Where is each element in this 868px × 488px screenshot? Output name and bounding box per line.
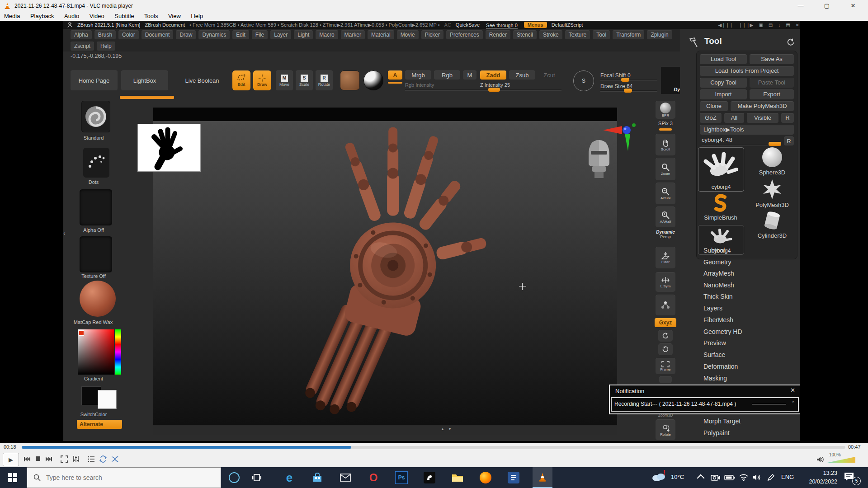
scale-mode-button[interactable]: S Scale xyxy=(296,70,313,90)
zbrush-menu-layer[interactable]: Layer xyxy=(270,30,291,39)
zbrush-menu-document[interactable]: Document xyxy=(142,30,174,39)
draw-size-handle[interactable] xyxy=(624,89,632,93)
zbrush-menu-tool[interactable]: Tool xyxy=(593,30,610,39)
zbrush-menu-file[interactable]: File xyxy=(252,30,268,39)
rotate-cw-button[interactable] xyxy=(658,343,673,355)
lightbox-button[interactable]: LightBox xyxy=(121,70,168,90)
zbrush-menu-draw[interactable]: Draw xyxy=(176,30,196,39)
taskbar-search[interactable] xyxy=(27,467,221,488)
quicksave-button[interactable]: QuickSave xyxy=(456,22,480,28)
zbrush-menu-transform[interactable]: Transform xyxy=(613,30,644,39)
zbrush-menu-zscript[interactable]: Zscript xyxy=(71,42,94,51)
tool-section-morphtarget[interactable]: Morph Target xyxy=(703,418,794,427)
tool-section-subtool[interactable]: Subtool xyxy=(703,247,794,256)
tool-section-arraymesh[interactable]: ArrayMesh xyxy=(703,270,794,279)
tool-section-deformation[interactable]: Deformation xyxy=(703,363,794,372)
tray-camera-icon[interactable] xyxy=(711,474,721,481)
tool-section-geometry[interactable]: Geometry xyxy=(703,258,794,267)
goz-all-button[interactable]: All xyxy=(724,113,744,123)
alternate-button[interactable]: Alternate xyxy=(77,420,122,429)
close-button[interactable]: ✕ xyxy=(843,0,863,12)
rotate3d-button[interactable]: Rotate xyxy=(656,419,675,440)
tray-collapse-chevron[interactable]: ‹ xyxy=(63,230,66,237)
zbrush-menu-marker[interactable]: Marker xyxy=(341,30,365,39)
frame-button[interactable]: Frame xyxy=(656,358,675,374)
current-material-button[interactable] xyxy=(80,281,116,317)
selected-tool-thumb[interactable]: cyborg4 xyxy=(698,147,744,192)
dynamic-persp-button[interactable]: Dynamic Persp xyxy=(653,230,678,243)
taskbar-app-dark[interactable] xyxy=(420,467,439,488)
current-brush-thumb[interactable] xyxy=(340,70,360,90)
copy-tool-button[interactable]: Copy Tool xyxy=(700,78,747,88)
video-area[interactable]: ZBrush 2021.5.1 [Nina Kern] ZBrush Docum… xyxy=(0,21,868,443)
taskbar-app-photoshop[interactable]: Ps xyxy=(392,467,410,488)
z-intensity-slider[interactable]: Z Intensity 25 xyxy=(480,82,510,88)
vlc-menu-audio[interactable]: Audio xyxy=(60,12,83,21)
focal-shift-handle[interactable] xyxy=(621,78,629,82)
tray-volume-icon[interactable] xyxy=(752,474,761,481)
axis-gizmo[interactable] xyxy=(602,123,637,153)
maximize-button[interactable]: ▢ xyxy=(816,0,837,12)
layout-icon[interactable]: ▤ xyxy=(769,23,773,28)
paste-tool-button[interactable]: Paste Tool xyxy=(750,78,794,88)
vlc-menu-tools[interactable]: Tools xyxy=(140,12,162,21)
divider-right-icon[interactable]: ❘❘❘▶ xyxy=(738,23,753,28)
action-center-button[interactable]: 5 xyxy=(844,472,859,483)
z-intensity-handle[interactable] xyxy=(488,88,500,92)
local-symmetry-button[interactable]: L.Sym xyxy=(656,272,675,292)
active-tool-slider-label[interactable]: cyborg4. 48 xyxy=(702,136,732,143)
stop-button[interactable] xyxy=(35,456,41,461)
taskbar-app-edge[interactable]: e xyxy=(280,467,298,488)
vlc-menu-video[interactable]: Video xyxy=(85,12,108,21)
clock[interactable]: 13:23 20/02/2022 xyxy=(803,469,837,486)
vlc-menu-help[interactable]: Help xyxy=(187,12,207,21)
secondary-color-swatch[interactable] xyxy=(98,390,117,409)
save-as-button[interactable]: Save As xyxy=(750,54,794,64)
import-button[interactable]: Import xyxy=(700,89,747,99)
home-page-button[interactable]: Home Page xyxy=(71,70,118,90)
weather-temp-label[interactable]: 10°C xyxy=(671,474,684,480)
rgb-button[interactable]: Rgb xyxy=(434,70,460,80)
zbrush-menu-edit[interactable]: Edit xyxy=(232,30,249,39)
active-tool-slider-handle[interactable] xyxy=(769,142,781,146)
scroll-button[interactable]: Scroll xyxy=(656,134,675,155)
make-polymesh3d-button[interactable]: Make PolyMesh3D xyxy=(731,101,794,111)
cortana-button[interactable] xyxy=(225,467,243,488)
sphere3d-tool[interactable]: Sphere3D xyxy=(749,147,796,177)
color-picker[interactable] xyxy=(78,329,121,375)
actual-button[interactable]: Actual xyxy=(656,183,675,204)
notification-collapse-icon[interactable]: ⌃ xyxy=(791,400,795,406)
language-indicator[interactable]: ENG xyxy=(781,474,794,480)
zbrush-menu-render[interactable]: Render xyxy=(486,30,510,39)
current-material-thumb[interactable] xyxy=(363,70,383,90)
taskbar-app-opera[interactable]: O xyxy=(364,467,382,488)
polymesh3d-tool[interactable]: PolyMesh3D xyxy=(749,179,796,211)
tray-expand-chevron-icon[interactable] xyxy=(697,474,705,482)
zcut-button[interactable]: Zcut xyxy=(538,70,561,80)
goz-r-button[interactable]: R xyxy=(781,113,794,123)
tool-section-nanomesh[interactable]: NanoMesh xyxy=(703,282,794,291)
tool-section-polypaint[interactable]: Polypaint xyxy=(703,429,794,438)
current-texture-button[interactable] xyxy=(80,236,112,272)
tool-reset-icon[interactable] xyxy=(787,38,795,46)
shuffle-button[interactable] xyxy=(111,455,118,463)
volume-mute-button[interactable] xyxy=(816,456,825,463)
edit-mode-button[interactable]: Edit xyxy=(232,70,250,90)
zoom-button[interactable]: Zoom xyxy=(656,158,675,180)
fullscreen-button[interactable] xyxy=(61,455,68,463)
cylinder3d-tool[interactable]: Cylinder3D xyxy=(749,211,796,240)
clone-button[interactable]: Clone xyxy=(700,101,728,111)
volume-slider[interactable] xyxy=(827,457,855,463)
zbrush-menu-stencil[interactable]: Stencil xyxy=(513,30,537,39)
divider-left-icon[interactable]: ◀❘❘❘ xyxy=(718,23,733,28)
draw-mode-button[interactable]: Draw xyxy=(253,70,271,90)
spix-handle[interactable] xyxy=(659,128,672,131)
minimize-button[interactable]: — xyxy=(790,0,811,12)
taskbar-app-store[interactable] xyxy=(308,467,326,488)
vlc-menu-media[interactable]: Media xyxy=(0,12,24,21)
load-tools-from-project-button[interactable]: Load Tools From Project xyxy=(700,66,794,76)
tray-pen-icon[interactable] xyxy=(767,474,775,482)
vlc-menu-playback[interactable]: Playback xyxy=(26,12,58,21)
tool-section-geometryhd[interactable]: Geometry HD xyxy=(703,328,794,337)
taskbar-app-notes[interactable] xyxy=(505,467,523,488)
